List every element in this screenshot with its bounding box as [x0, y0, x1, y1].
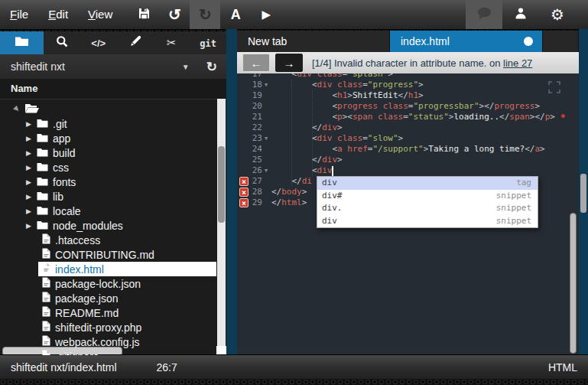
- tree-closed-caret-icon[interactable]: ▶: [26, 132, 37, 146]
- tree-item-fonts[interactable]: ▶fonts: [0, 175, 226, 189]
- code-line-21[interactable]: 21 <p><span class="status">loading..</sp…: [237, 112, 579, 122]
- sidebar-tab-snippets[interactable]: ✂: [153, 31, 190, 54]
- next-error-button[interactable]: →: [275, 54, 303, 72]
- toolbar-right-buttons: ⚙: [466, 0, 588, 29]
- chat-button[interactable]: [466, 0, 502, 29]
- code-line-text: <p><span class="status">loading..</span>…: [271, 112, 555, 122]
- file-tree: ▶▶.git▶app▶build▶css▶fonts▶lib▶locale▶no…: [0, 99, 226, 355]
- tree-item-package-lock.json[interactable]: package-lock.json: [0, 276, 226, 291]
- sidebar-tab-edit[interactable]: [117, 31, 154, 54]
- tree-closed-caret-icon[interactable]: ▶: [26, 204, 37, 219]
- status-language-mode[interactable]: HTML: [548, 361, 588, 374]
- error-line-link[interactable]: line 27: [503, 57, 532, 69]
- file-icon: [42, 321, 50, 335]
- scrollbar-thumb[interactable]: [218, 146, 225, 223]
- tab-new-tab[interactable]: New tab: [237, 31, 390, 52]
- project-selector[interactable]: shiftedit nxt ▼ ↻: [0, 54, 226, 79]
- run-button[interactable]: ▶: [251, 0, 281, 29]
- tab-strip-filler: [543, 31, 578, 52]
- toolbar: FileEditView ↺↻A▶ ⚙: [0, 0, 588, 30]
- shiftedit-app: FileEditView ↺↻A▶ ⚙ </>✂git shiftedit nx…: [0, 0, 588, 385]
- undo-button[interactable]: ↺: [159, 0, 190, 29]
- fold-caret-icon[interactable]: ▼: [265, 80, 268, 90]
- tree-item-package.json[interactable]: package.json: [0, 291, 226, 305]
- tree-item-README.md[interactable]: README.md: [0, 305, 226, 320]
- autocomplete-item[interactable]: divtag: [317, 177, 538, 190]
- previous-error-button[interactable]: ←: [242, 54, 270, 72]
- code-line-text: <h1>ShiftEdit</h1>: [271, 90, 424, 101]
- sidebar-tab-search[interactable]: [44, 31, 80, 54]
- tree-item-shiftedit-proxy.php[interactable]: shiftedit-proxy.php: [0, 320, 226, 334]
- code-line-19[interactable]: 19 <h1>ShiftEdit</h1>: [237, 90, 579, 101]
- menu-view[interactable]: View: [78, 0, 122, 29]
- menu-bar: FileEditView: [0, 0, 122, 29]
- autocomplete-item[interactable]: div#snippet: [317, 190, 538, 203]
- code-line-20[interactable]: 20 <progress class="progressbar"></progr…: [237, 101, 579, 112]
- tree-item-index.html[interactable]: index.html: [0, 262, 226, 276]
- tab-label: index.html: [401, 35, 450, 47]
- sidebar-tab-git[interactable]: git: [190, 31, 226, 54]
- tree-item-lib[interactable]: ▶lib: [0, 189, 226, 204]
- code-line-24[interactable]: 24 <a href="/support">Taking a long time…: [237, 144, 579, 155]
- code-line-17[interactable]: 17 <div class="splash">: [237, 73, 579, 80]
- tree-closed-caret-icon[interactable]: ▶: [26, 219, 37, 233]
- tab-index-html[interactable]: index.html: [390, 31, 543, 52]
- menu-edit[interactable]: Edit: [38, 0, 78, 29]
- tree-open-caret-icon[interactable]: ▶: [10, 102, 26, 118]
- redo-icon: ↻: [199, 7, 212, 23]
- refresh-icon[interactable]: ↻: [197, 59, 226, 75]
- sidebar-tab-code[interactable]: </>: [80, 31, 117, 54]
- tree-item-CONTRIBUTING.md[interactable]: CONTRIBUTING.md: [0, 247, 226, 262]
- code-line-26[interactable]: 26▼ <div: [237, 165, 579, 176]
- tree-closed-caret-icon[interactable]: ▶: [26, 190, 37, 204]
- code-line-23[interactable]: 23▼ <div class="slow">: [237, 133, 579, 144]
- folder-icon: [37, 175, 48, 190]
- tree-closed-caret-icon[interactable]: ▶: [26, 146, 37, 161]
- tree-item-.git[interactable]: ▶.git: [0, 116, 226, 131]
- tree-item-.htaccess[interactable]: .htaccess: [0, 233, 226, 247]
- tree-closed-caret-icon[interactable]: ▶: [26, 117, 37, 132]
- status-file-path: shiftedit nxt/index.html: [0, 361, 117, 374]
- tree-item-locale[interactable]: ▶locale: [0, 204, 226, 218]
- file-icon: [42, 335, 50, 350]
- settings-button[interactable]: ⚙: [539, 0, 576, 29]
- autocomplete-label: div: [317, 177, 516, 190]
- account-button[interactable]: [502, 0, 539, 29]
- tree-item-build[interactable]: ▶build: [0, 145, 226, 160]
- tab-label: New tab: [248, 35, 287, 47]
- code-line-25[interactable]: 25 </div>: [237, 155, 579, 165]
- status-bar: shiftedit nxt/index.html 26:7 HTML: [0, 354, 588, 379]
- tree-header-label: Name: [0, 83, 37, 94]
- editor-scrollbar-thumb[interactable]: [570, 213, 577, 354]
- tree-closed-caret-icon[interactable]: ▶: [26, 161, 37, 175]
- tree-item-node_modules[interactable]: ▶node_modules: [0, 218, 226, 233]
- left-panel: </>✂git shiftedit nxt ▼ ↻ Name ▶▶.git▶ap…: [0, 31, 226, 354]
- autocomplete-item[interactable]: div.snippet: [317, 202, 538, 215]
- menu-file[interactable]: File: [0, 0, 38, 29]
- project-name[interactable]: shiftedit nxt: [0, 60, 174, 73]
- tree-item-css[interactable]: ▶css: [0, 160, 226, 175]
- redo-button[interactable]: ↻: [190, 0, 220, 29]
- tree-closed-caret-icon[interactable]: ▶: [26, 175, 37, 190]
- right-scroll-strip[interactable]: [579, 29, 588, 354]
- autocomplete-item[interactable]: divsnippet: [317, 215, 538, 228]
- user-icon: [515, 7, 527, 22]
- scrollbar-thumb[interactable]: [580, 174, 586, 213]
- panel-splitter[interactable]: [226, 29, 237, 354]
- code-line-18[interactable]: 18▼ <div class="progress">: [237, 80, 579, 90]
- code-line-22[interactable]: 22 </div>: [237, 122, 579, 133]
- code-line-text: <div class="progress">: [271, 80, 424, 90]
- fold-caret-icon[interactable]: ▼: [265, 133, 268, 144]
- sidebar-tab-files[interactable]: [0, 31, 44, 54]
- line-number: 21: [237, 112, 262, 122]
- tree-item-app[interactable]: ▶app: [0, 131, 226, 145]
- fold-caret-icon[interactable]: ▼: [265, 165, 268, 176]
- save-button[interactable]: [128, 0, 159, 29]
- code-editor[interactable]: 17 <div class="splash">18▼ <div class="p…: [237, 73, 579, 354]
- font-button[interactable]: A: [220, 0, 251, 29]
- file-icon: [42, 350, 50, 355]
- tree-root-row[interactable]: ▶: [0, 102, 226, 116]
- chevron-down-icon[interactable]: ▼: [174, 63, 197, 71]
- tree-vertical-scrollbar[interactable]: [217, 99, 226, 355]
- file-icon: [42, 263, 50, 277]
